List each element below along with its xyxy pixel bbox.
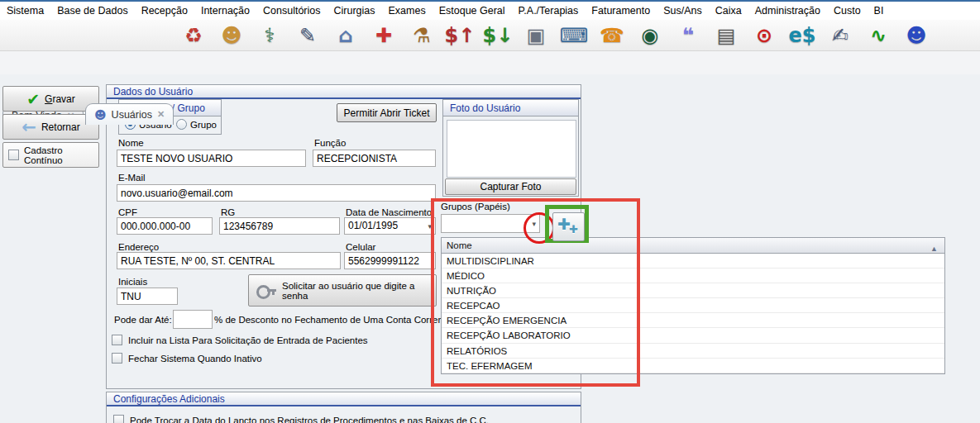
grupos-list-row[interactable]: MULTIDISCIPLINAR (442, 254, 944, 269)
toolbar-icon[interactable]: ✎ (294, 22, 321, 49)
chevron-down-icon[interactable]: ▾ (532, 220, 536, 228)
menu-item[interactable]: Custo (827, 2, 868, 19)
toolbar-icon[interactable]: ☻ (903, 22, 930, 49)
toolbar-icon[interactable]: ⌨ (561, 22, 587, 49)
toolbar-icon[interactable]: ❝ (675, 22, 701, 49)
toolbar-icon[interactable]: $↓ (485, 22, 511, 49)
tab-label: Usuários (112, 109, 152, 121)
grupos-dropdown[interactable]: ▾ (441, 214, 540, 233)
toolbar-icon[interactable]: ⌂ (332, 22, 359, 49)
form-checkbox-row[interactable]: Incluir na Lista Para Solicitação de Ent… (112, 335, 368, 345)
sort-ascending-icon[interactable]: ▲ (930, 241, 938, 256)
menu-item[interactable]: Exames (382, 2, 433, 19)
menu-item[interactable]: Consultórios (256, 2, 327, 19)
menu-item[interactable]: Administração (748, 2, 827, 19)
grupos-list-header[interactable]: Nome ▲ (442, 238, 944, 254)
menu-item[interactable]: P.A./Terapias (512, 2, 586, 19)
toolbar-icon[interactable]: ☎ (599, 22, 625, 49)
close-icon[interactable]: ✕ (157, 109, 165, 120)
tab-usuarios[interactable]: ☻ Usuários ✕ (85, 103, 174, 125)
grupos-list-row[interactable]: RECEPÇÃO EMERGENCIA (442, 313, 944, 328)
arrow-left-icon: ← (22, 117, 36, 137)
radio-grupo-control[interactable] (176, 119, 187, 130)
toolbar-icon[interactable]: $↑ (447, 22, 473, 49)
toolbar-icon[interactable]: ⊙ (751, 22, 777, 49)
cadastro-continuo-checkbox[interactable] (8, 150, 19, 160)
desconto-suffix-label: % de Desconto no Fechamento de Uma Conta… (214, 315, 451, 325)
menu-bar: SistemaBase de DadosRecepçãoInternaçãoCo… (0, 2, 980, 20)
funcao-label: Função (314, 138, 346, 148)
toolbar-icon[interactable]: ⚕ (256, 22, 283, 49)
application-window: SistemaBase de DadosRecepçãoInternaçãoCo… (0, 0, 980, 423)
grupos-list-row[interactable]: MÉDICO (442, 269, 944, 283)
toolbar: ♻☻⚕✎⌂✚⚗$↑$↓▣⌨☎◉❝▤⊙e$✍∿☻ (0, 20, 980, 51)
grupos-list-row[interactable]: TEC. EFERMAGEM (442, 359, 944, 373)
toolbar-icon[interactable]: ☻ (218, 22, 245, 49)
grupos-list-row[interactable]: RECEPÇÃO LABORATORIO (442, 328, 944, 343)
solicitar-senha-button[interactable]: Solicitar ao usuário que digite a senha (248, 274, 437, 307)
capturar-foto-button[interactable]: Capturar Foto (445, 178, 576, 195)
grupos-list-row[interactable]: RELATÓRIOS (442, 344, 944, 359)
cpf-field[interactable] (117, 217, 213, 235)
chevron-down-icon[interactable]: ▾ (428, 218, 432, 234)
gravar-label: Gravar (45, 93, 75, 105)
menu-item[interactable]: Internação (194, 2, 256, 19)
email-label: E-Mail (118, 173, 146, 183)
toolbar-icon[interactable]: ⚗ (409, 22, 435, 49)
toolbar-icon[interactable]: ▤ (713, 22, 739, 49)
permitir-abrir-ticket-button[interactable]: Permitir Abrir Ticket (337, 103, 437, 122)
email-field[interactable] (117, 184, 436, 202)
nascimento-label: Data de Nascimento (346, 207, 432, 217)
menu-item[interactable]: Recepção (135, 2, 194, 19)
menu-item[interactable]: Faturamento (585, 2, 657, 19)
add-group-button[interactable]: ✚ ✚ (552, 212, 585, 241)
config-adicionais-groupbox: Configurações Adicionais Pode Trocar a D… (106, 392, 581, 423)
toolbar-icon[interactable]: e$ (789, 22, 815, 49)
nome-label: Nome (118, 138, 144, 148)
toolbar-icon[interactable]: ✚ (370, 22, 397, 49)
menu-item[interactable]: BI (868, 2, 891, 19)
cpf-label: CPF (118, 207, 137, 217)
checkbox[interactable] (112, 353, 122, 364)
checkbox[interactable] (113, 415, 124, 423)
config-checkbox-row[interactable]: Pode Trocar a Data do Lancto nos Registr… (113, 415, 489, 423)
foto-usuario-panel: Foto do Usuário Capturar Foto (442, 99, 579, 197)
menu-item[interactable]: Cirurgias (327, 2, 382, 19)
config-adicionais-title: Configurações Adicionais (107, 392, 581, 406)
cadastro-continuo-toggle[interactable]: Cadastro Contínuo (2, 142, 99, 168)
menu-item[interactable]: Estoque Geral (433, 2, 512, 19)
endereco-field[interactable] (117, 252, 341, 269)
foto-preview (447, 120, 576, 178)
celular-field[interactable] (344, 252, 436, 269)
form-checkbox-row[interactable]: Fechar Sistema Quando Inativo (112, 353, 368, 364)
dados-usuario-title: Dados do Usuário (107, 85, 581, 99)
rg-label: RG (221, 207, 235, 217)
endereco-label: Endereço (118, 242, 159, 252)
menu-item[interactable]: Sus/Ans (657, 2, 709, 19)
toolbar-icon[interactable]: ✍ (827, 22, 853, 49)
form-checkbox-list: Incluir na Lista Para Solicitação de Ent… (112, 335, 368, 364)
grupos-list: Nome ▲ MULTIDISCIPLINARMÉDICONUTRIÇÃOREC… (441, 237, 945, 374)
checkbox[interactable] (112, 335, 122, 345)
funcao-field[interactable] (313, 150, 436, 167)
nome-field[interactable] (117, 150, 306, 167)
menu-item[interactable]: Base de Dados (50, 2, 134, 19)
grupos-papeis-label: Grupos (Papéis) (441, 202, 510, 212)
desconto-field[interactable] (173, 310, 213, 329)
grupos-list-body: MULTIDISCIPLINARMÉDICONUTRIÇÃORECEPCAORE… (442, 254, 944, 373)
radio-grupo[interactable]: Grupo (176, 119, 217, 130)
toolbar-icon[interactable]: ▣ (523, 22, 549, 49)
menu-item[interactable]: Sistema (0, 2, 50, 19)
nascimento-datepicker[interactable]: 01/01/1995 ▾ (344, 217, 436, 235)
rg-field[interactable] (219, 217, 340, 235)
iniciais-field[interactable] (117, 288, 178, 305)
toolbar-icon[interactable]: ♻ (180, 22, 207, 49)
celular-label: Celular (346, 242, 375, 252)
check-icon: ✔ (26, 90, 40, 108)
user-icon: ☻ (94, 108, 107, 121)
menu-item[interactable]: Caixa (709, 2, 748, 19)
grupos-list-row[interactable]: NUTRIÇÃO (442, 283, 944, 298)
toolbar-icon[interactable]: ∿ (865, 22, 892, 49)
grupos-list-row[interactable]: RECEPCAO (442, 298, 944, 313)
toolbar-icon[interactable]: ◉ (637, 22, 663, 49)
